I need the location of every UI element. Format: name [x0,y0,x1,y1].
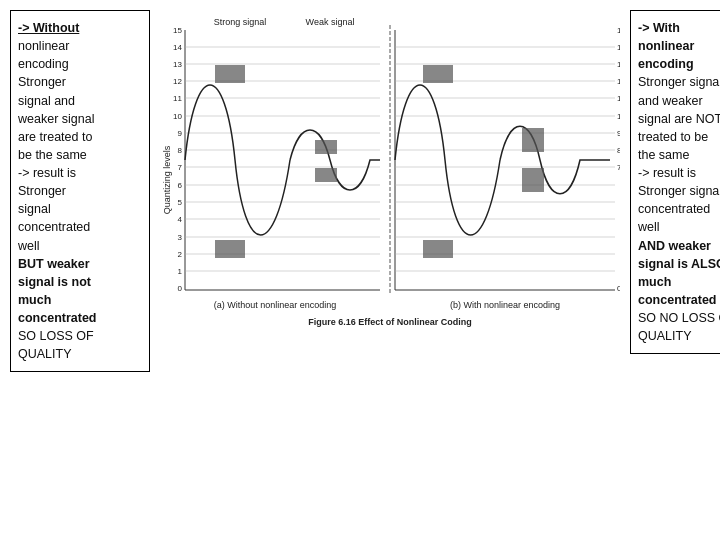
svg-text:12: 12 [617,77,620,86]
svg-rect-72 [522,178,544,192]
svg-text:5: 5 [178,198,183,207]
svg-text:8: 8 [617,146,620,155]
right-panel: -> With nonlinear encoding Stronger sign… [630,10,720,354]
right-line15: much [638,275,671,289]
right-line5: and weaker [638,94,703,108]
svg-text:10: 10 [173,112,182,121]
svg-rect-38 [315,140,337,154]
right-line12: well [638,220,660,234]
right-line2: nonlinear [638,39,694,53]
svg-text:2: 2 [178,250,183,259]
left-line16: much [18,293,51,307]
svg-text:10: 10 [617,112,620,121]
svg-rect-67 [423,65,453,83]
svg-rect-36 [215,65,245,83]
svg-text:1: 1 [178,267,183,276]
left-line9: -> result is [18,166,76,180]
svg-text:Weak signal: Weak signal [306,17,355,27]
left-line4: Stronger [18,75,66,89]
right-line16: concentrated [638,293,717,307]
left-line6: weaker signal [18,112,94,126]
diagram-area: Quantizing levels [160,10,620,350]
svg-text:12: 12 [173,77,182,86]
right-line9: -> result is [638,166,696,180]
svg-rect-39 [315,168,337,182]
right-line11: concentrated [638,202,710,216]
center-panel: Quantizing levels [160,10,620,350]
left-line14: BUT weaker [18,257,90,271]
svg-text:(b) With nonlinear encoding: (b) With nonlinear encoding [450,300,560,310]
left-line15: signal is not [18,275,91,289]
left-line11: signal [18,202,51,216]
svg-text:15: 15 [617,26,620,35]
svg-text:3: 3 [178,233,183,242]
svg-text:11: 11 [173,94,182,103]
right-line6: signal are NOT [638,112,720,126]
svg-text:0: 0 [178,284,183,293]
right-line3: encoding [638,57,694,71]
svg-text:6: 6 [178,181,183,190]
left-line7: are treated to [18,130,92,144]
svg-text:13: 13 [617,60,620,69]
left-line2: nonlinear [18,39,69,53]
svg-rect-37 [215,240,245,258]
right-title-with: -> With [638,21,680,35]
left-line17: concentrated [18,311,97,325]
left-panel: -> Without nonlinear encoding Stronger s… [10,10,150,372]
left-line3: encoding [18,57,69,71]
left-line10: Stronger [18,184,66,198]
right-line14: signal is ALSO [638,257,720,271]
svg-rect-68 [423,240,453,258]
right-line17: SO NO LOSS OF [638,311,720,325]
svg-text:Figure 6.16   Effect of Nonlin: Figure 6.16 Effect of Nonlinear Coding [308,317,472,327]
svg-text:0: 0 [617,284,620,293]
svg-text:7: 7 [178,163,183,172]
svg-text:11: 11 [617,94,620,103]
left-line8: be the same [18,148,87,162]
right-line4: Stronger signal [638,75,720,89]
svg-text:Quantizing levels: Quantizing levels [162,145,172,214]
left-line5: signal and [18,94,75,108]
svg-text:4: 4 [178,215,183,224]
right-line8: the same [638,148,689,162]
page-container: -> Without nonlinear encoding Stronger s… [0,0,720,540]
svg-rect-71 [522,168,544,178]
left-line12: concentrated [18,220,90,234]
svg-text:8: 8 [178,146,183,155]
left-title-without: -> Without [18,21,79,35]
svg-text:14: 14 [617,43,620,52]
svg-text:(a) Without nonlinear encoding: (a) Without nonlinear encoding [214,300,337,310]
left-line18: SO LOSS OF [18,329,94,343]
svg-text:14: 14 [173,43,182,52]
svg-text:Strong signal: Strong signal [214,17,267,27]
svg-text:9: 9 [617,129,620,138]
right-line18: QUALITY [638,329,692,343]
right-line7: treated to be [638,130,708,144]
right-line10: Stronger signal [638,184,720,198]
left-line19: QUALITY [18,347,72,361]
right-line13: AND weaker [638,239,711,253]
diagram-svg: Quantizing levels [160,10,620,350]
svg-text:7: 7 [617,163,620,172]
svg-text:15: 15 [173,26,182,35]
svg-text:9: 9 [178,129,183,138]
svg-rect-69 [522,128,544,142]
left-line13: well [18,239,40,253]
svg-text:13: 13 [173,60,182,69]
svg-rect-70 [522,142,544,152]
